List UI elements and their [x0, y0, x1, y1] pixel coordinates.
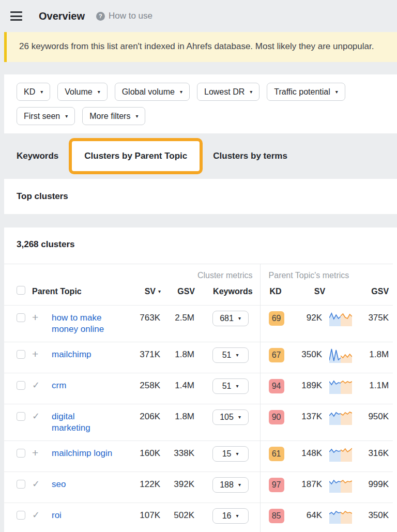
notice-banner-text: 26 keywords from this list aren't indexe…: [19, 41, 374, 51]
kd-badge: 90: [269, 410, 284, 424]
column-header-sv[interactable]: SV▾: [124, 281, 161, 306]
check-icon[interactable]: ✓: [32, 411, 40, 421]
parent-topic-link[interactable]: roi: [52, 510, 62, 521]
trend-sparkline-chart: [329, 446, 352, 462]
check-icon[interactable]: ✓: [32, 510, 40, 520]
select-all-cell: [4, 281, 28, 306]
trend-sparkline-chart: [329, 378, 352, 394]
row-checkbox[interactable]: [17, 350, 25, 359]
column-header-parent-gsv[interactable]: GSV: [356, 281, 393, 306]
cluster-metrics-group-header: Cluster metrics: [4, 264, 260, 281]
cluster-sv-value: 107K: [124, 503, 161, 532]
filter-row-2: First seen▾More filters▾: [17, 107, 385, 125]
hamburger-menu-icon[interactable]: [10, 11, 22, 21]
column-header-trend: [325, 281, 356, 306]
tab-clusters-by-parent-topic[interactable]: Clusters by Parent Topic: [69, 138, 203, 174]
parent-sv-value: 350K: [295, 342, 325, 373]
cluster-gsv-value: 502K: [161, 503, 195, 532]
trend-sparkline-chart: [329, 477, 352, 493]
row-checkbox[interactable]: [17, 480, 25, 489]
trend-sparkline-chart: [329, 311, 352, 326]
filter-bar: KD▾Volume▾Global volume▾Lowest DR▾Traffi…: [4, 74, 397, 133]
filter-button-first-seen[interactable]: First seen▾: [17, 107, 75, 125]
keywords-dropdown[interactable]: 188▾: [212, 477, 249, 493]
parent-gsv-value: 375K: [356, 306, 393, 342]
question-icon: ?: [96, 12, 105, 21]
check-icon[interactable]: ✓: [32, 479, 40, 489]
parent-topic-link[interactable]: mailchimp: [52, 349, 91, 360]
plus-icon[interactable]: +: [32, 311, 38, 323]
parent-topic-link[interactable]: seo: [52, 479, 66, 490]
caret-down-icon: ▾: [250, 89, 252, 95]
parent-gsv-value: 350K: [356, 503, 393, 532]
top-bar: Overview ? How to use: [0, 0, 397, 32]
filter-button-lowest-dr[interactable]: Lowest DR▾: [197, 83, 259, 101]
caret-down-icon: ▾: [180, 89, 182, 95]
keywords-dropdown[interactable]: 51▾: [212, 347, 249, 363]
clusters-table: Cluster metrics Parent Topic's metrics P…: [4, 264, 393, 532]
parent-topic-link[interactable]: digital marketing: [52, 411, 115, 434]
caret-down-icon: ▾: [238, 415, 241, 420]
row-checkbox[interactable]: [17, 313, 25, 322]
parent-topic-link[interactable]: how to make money online: [52, 312, 115, 335]
parent-sv-value: 148K: [295, 441, 325, 472]
filter-button-traffic-potential[interactable]: Traffic potential▾: [267, 83, 345, 101]
column-header-parent-topic[interactable]: Parent Topic: [28, 281, 124, 306]
caret-down-icon: ▾: [238, 482, 241, 488]
keywords-dropdown[interactable]: 105▾: [212, 409, 249, 425]
column-header-gsv[interactable]: GSV: [161, 281, 195, 306]
how-to-use-label: How to use: [109, 11, 152, 21]
caret-down-icon: ▾: [236, 353, 238, 358]
parent-topic-link[interactable]: crm: [52, 380, 66, 391]
row-checkbox[interactable]: [17, 449, 25, 458]
select-all-checkbox[interactable]: [17, 286, 25, 295]
column-header-parent-sv[interactable]: SV: [295, 281, 325, 306]
filter-button-global-volume[interactable]: Global volume▾: [115, 83, 190, 101]
table-row: ✓ seo 122K 392K 188▾ 97 187K 999K: [4, 472, 393, 503]
page-title: Overview: [39, 10, 85, 22]
table-row: ✓ roi 107K 502K 16▾ 85 64K 350K: [4, 503, 393, 532]
clusters-table-body: + how to make money online 763K 2.5M 681…: [4, 306, 393, 532]
cluster-sv-value: 371K: [124, 342, 161, 373]
parent-sv-value: 189K: [295, 373, 325, 404]
caret-down-icon: ▾: [98, 89, 100, 95]
table-row: ✓ crm 258K 1.4M 51▾ 94 189K 1.1M: [4, 373, 393, 404]
filter-button-kd[interactable]: KD▾: [17, 83, 50, 101]
parent-topic-metrics-group-header: Parent Topic's metrics: [260, 264, 393, 281]
cluster-gsv-value: 1.4M: [161, 373, 195, 404]
how-to-use-link[interactable]: ? How to use: [96, 11, 152, 21]
row-checkbox[interactable]: [17, 412, 25, 421]
plus-icon[interactable]: +: [32, 348, 38, 360]
caret-down-icon: ▾: [135, 114, 138, 119]
check-icon[interactable]: ✓: [32, 380, 40, 390]
plus-icon[interactable]: +: [32, 447, 38, 459]
group-header-row: Cluster metrics Parent Topic's metrics: [4, 264, 393, 281]
trend-sparkline-chart: [329, 409, 352, 425]
tab-keywords[interactable]: Keywords: [17, 151, 58, 161]
cluster-sv-value: 160K: [124, 441, 161, 472]
cluster-gsv-value: 338K: [161, 441, 195, 472]
keywords-dropdown[interactable]: 16▾: [212, 508, 249, 524]
filter-button-volume[interactable]: Volume▾: [57, 83, 107, 101]
column-header-keywords[interactable]: Keywords: [195, 281, 260, 306]
keywords-dropdown[interactable]: 681▾: [212, 311, 249, 326]
row-checkbox[interactable]: [17, 381, 25, 390]
kd-badge: 67: [269, 348, 284, 362]
column-header-kd[interactable]: KD: [260, 281, 295, 306]
keywords-dropdown[interactable]: 15▾: [212, 446, 249, 462]
cluster-sv-value: 763K: [124, 306, 161, 342]
cluster-gsv-value: 1.8M: [161, 404, 195, 441]
cluster-sv-value: 258K: [124, 373, 161, 404]
cluster-gsv-value: 2.5M: [161, 306, 195, 342]
tab-clusters-by-terms[interactable]: Clusters by terms: [213, 151, 287, 161]
parent-gsv-value: 1.8M: [356, 342, 393, 373]
keywords-dropdown[interactable]: 51▾: [212, 378, 249, 394]
row-checkbox[interactable]: [17, 511, 25, 520]
tab-bar: Keywords Clusters by Parent Topic Cluste…: [0, 133, 397, 179]
parent-sv-value: 187K: [295, 472, 325, 503]
caret-down-icon: ▾: [236, 513, 238, 519]
parent-topic-link[interactable]: mailchimp login: [52, 448, 112, 459]
filter-button-more-filters[interactable]: More filters▾: [82, 107, 145, 125]
parent-gsv-value: 999K: [356, 472, 393, 503]
clusters-table-card: 3,268 clusters Cluster metrics Parent To…: [4, 227, 397, 532]
